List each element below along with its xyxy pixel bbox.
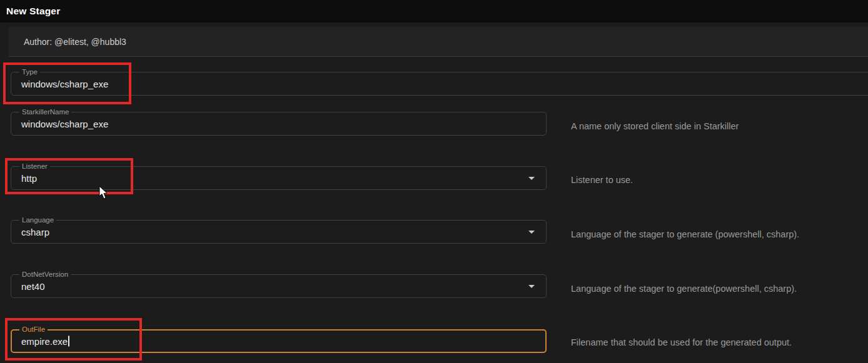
chevron-down-icon[interactable] xyxy=(528,231,535,234)
dotnetversion-value: net40 xyxy=(21,281,45,292)
annotation-highlight-listener xyxy=(5,158,133,194)
author-panel: Author: @elitest, @hubbl3 xyxy=(9,27,868,57)
language-select[interactable]: Language csharp xyxy=(11,220,547,244)
outfile-helper: Filename that should be used for the gen… xyxy=(571,337,792,348)
language-helper: Language of the stager to generate (powe… xyxy=(571,229,799,240)
type-select[interactable]: Type windows/csharp_exe xyxy=(11,72,868,96)
chevron-down-icon[interactable] xyxy=(528,177,535,180)
chevron-down-icon[interactable] xyxy=(528,285,535,288)
dotnetversion-select[interactable]: DotNetVersion net40 xyxy=(11,274,547,298)
language-value: csharp xyxy=(21,227,49,237)
starkillername-value: windows/csharp_exe xyxy=(21,119,108,129)
starkillername-label: StarkillerName xyxy=(19,108,71,116)
dotnetversion-helper: Language of the stager to generate(power… xyxy=(571,283,797,294)
mouse-cursor-icon xyxy=(99,186,108,200)
title-bar: New Stager xyxy=(0,0,868,22)
listener-helper: Listener to use. xyxy=(571,174,633,186)
language-label: Language xyxy=(19,216,56,224)
starkillername-input[interactable]: StarkillerName windows/csharp_exe xyxy=(11,112,547,136)
starkillername-helper: A name only stored client side in Starki… xyxy=(571,121,739,132)
page-title: New Stager xyxy=(6,6,60,17)
author-text: Author: @elitest, @hubbl3 xyxy=(24,37,126,47)
annotation-highlight-outfile xyxy=(5,318,142,361)
annotation-highlight-type xyxy=(3,62,131,104)
dotnetversion-label: DotNetVersion xyxy=(19,271,71,279)
